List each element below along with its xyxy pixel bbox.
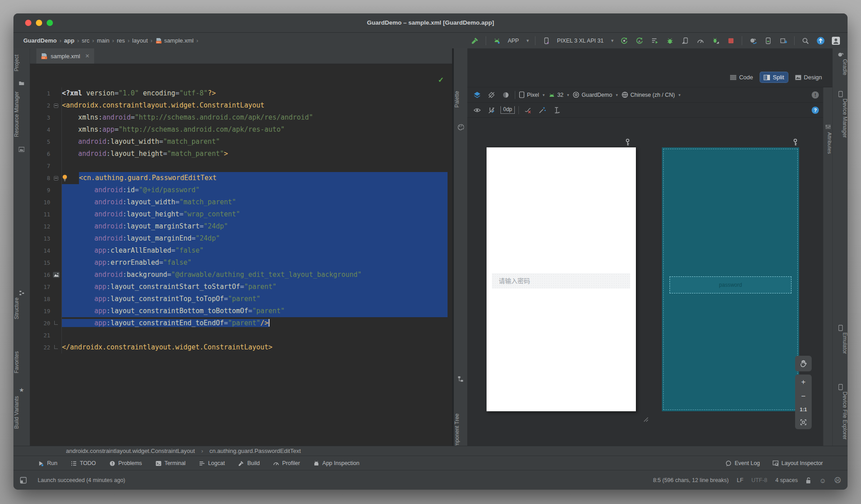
code-line[interactable]: 22</androidx.constraintlayout.widget.Con… xyxy=(30,341,452,353)
code-line[interactable]: 9 android:id="@+id/password" xyxy=(30,184,452,196)
preview-theme-selector[interactable]: GuardDemo▾ xyxy=(573,91,618,98)
code-line[interactable]: 6 android:layout_height="match_parent"> xyxy=(30,148,452,160)
apply-code-changes-icon[interactable]: A xyxy=(634,35,645,46)
code-line[interactable]: 12 android:layout_marginStart="24dp" xyxy=(30,220,452,233)
line-number[interactable]: 13 xyxy=(30,233,52,245)
code-line[interactable]: 1<?xml version="1.0" encoding="utf-8"?> xyxy=(30,87,452,99)
component-tree-icon[interactable] xyxy=(457,375,464,382)
emulator-icon[interactable] xyxy=(837,324,844,331)
build-hammer-icon[interactable] xyxy=(470,35,480,46)
gradle-icon[interactable] xyxy=(837,51,844,58)
device-file-explorer-icon[interactable] xyxy=(837,383,844,390)
gutter[interactable] xyxy=(52,293,62,305)
updates-icon[interactable] xyxy=(815,35,826,46)
breadcrumb-item[interactable]: res xyxy=(117,37,125,44)
zoom-to-fit-icon[interactable] xyxy=(800,419,807,426)
tool-window-button-terminal[interactable]: Terminal xyxy=(156,460,186,466)
line-number[interactable]: 6 xyxy=(30,148,52,160)
line-number[interactable]: 11 xyxy=(30,208,52,220)
code-line[interactable]: 10 android:layout_width="match_parent" xyxy=(30,196,452,208)
caret-position[interactable]: 8:5 (596 chars, 12 line breaks) xyxy=(653,477,729,483)
code-line[interactable]: 16 android:background="@drawable/authing… xyxy=(30,269,452,281)
debug-attach-icon[interactable] xyxy=(710,35,721,46)
gutter[interactable] xyxy=(52,87,62,99)
tool-window-button-logcat[interactable]: Logcat xyxy=(199,460,225,466)
tool-window-gradle[interactable]: Gradle xyxy=(833,59,848,75)
code-line[interactable]: 7 xyxy=(30,160,452,172)
line-number[interactable]: 22 xyxy=(30,341,52,353)
help-badge[interactable]: ? xyxy=(812,107,819,114)
device-dropdown-icon[interactable]: ▼ xyxy=(610,39,614,43)
line-number[interactable]: 19 xyxy=(30,305,52,317)
code-line[interactable]: 21 xyxy=(30,329,452,341)
tool-window-button-event-log[interactable]: Event Log xyxy=(726,460,760,466)
rerun-icon[interactable] xyxy=(619,35,630,46)
gutter[interactable] xyxy=(52,99,62,112)
line-number[interactable]: 4 xyxy=(30,124,52,136)
issue-panel-badge[interactable]: ! xyxy=(812,91,819,99)
gutter[interactable] xyxy=(52,305,62,317)
avatar-icon[interactable] xyxy=(831,35,841,46)
tool-window-structure[interactable]: Structure xyxy=(13,297,30,319)
tool-window-device-manager[interactable]: Device Manager xyxy=(833,99,848,138)
code-editor[interactable]: ✓ 1<?xml version="1.0" encoding="utf-8"?… xyxy=(30,64,452,446)
design-surface-icon[interactable] xyxy=(472,90,483,100)
close-icon[interactable]: ✕ xyxy=(85,53,90,59)
gutter[interactable] xyxy=(52,208,62,220)
gutter[interactable] xyxy=(52,148,62,160)
line-number[interactable]: 15 xyxy=(30,257,52,269)
tab-attributes[interactable]: Attributes xyxy=(823,132,832,154)
tab-sample-xml[interactable]: <> sample.xml ✕ xyxy=(36,48,94,64)
tool-window-button-layout-inspector[interactable]: Layout Inspector xyxy=(773,460,823,466)
gutter[interactable] xyxy=(52,329,62,341)
fold-marker-icon[interactable] xyxy=(54,103,58,108)
code-line[interactable]: 20 app:layout_constraintEnd_toEndOf="par… xyxy=(30,317,452,329)
intention-bulb-icon[interactable] xyxy=(62,172,79,184)
device-selector[interactable]: PIXEL 3 XL API 31 xyxy=(557,38,604,44)
gutter[interactable] xyxy=(52,124,62,136)
tool-window-button-todo[interactable]: TODO xyxy=(71,460,96,466)
breadcrumb-constraintlayout[interactable]: androidx.constraintlayout.widget.Constra… xyxy=(66,448,195,454)
resource-manager-icon[interactable] xyxy=(18,146,25,153)
preview-locale-selector[interactable]: Chinese (zh / CN)▾ xyxy=(622,91,681,98)
debug-icon[interactable] xyxy=(665,35,675,46)
status-message[interactable]: Launch succeeded (4 minutes ago) xyxy=(38,477,125,483)
view-options-icon[interactable] xyxy=(472,105,483,116)
breadcrumb-item[interactable]: app xyxy=(64,37,74,44)
tool-window-button-build[interactable]: Build xyxy=(238,460,260,466)
gradle-sync-icon[interactable] xyxy=(748,35,758,46)
line-number[interactable]: 5 xyxy=(30,136,52,148)
tab-palette[interactable]: Palette xyxy=(454,91,467,108)
line-number[interactable]: 8 xyxy=(30,172,52,184)
fold-marker-icon[interactable] xyxy=(54,176,58,181)
tool-window-toggle-icon[interactable] xyxy=(20,477,27,484)
design-surface[interactable]: 请输入密码 password + − 1:1 xyxy=(467,118,823,446)
zoom-1-1-button[interactable]: 1:1 xyxy=(800,407,807,412)
file-encoding[interactable]: UTF-8 xyxy=(752,477,767,483)
structure-icon[interactable] xyxy=(18,289,25,296)
line-number[interactable]: 14 xyxy=(30,245,52,257)
tool-window-resource-manager[interactable]: Resource Manager xyxy=(13,91,30,137)
line-number[interactable]: 9 xyxy=(30,184,52,196)
line-number[interactable]: 2 xyxy=(30,99,52,112)
mode-code-button[interactable]: Code xyxy=(726,72,757,83)
code-line[interactable]: 17 app:layout_constraintStart_toStartOf=… xyxy=(30,281,452,293)
code-line[interactable]: 13 android:layout_marginEnd="24dp" xyxy=(30,233,452,245)
unlock-icon[interactable] xyxy=(806,477,811,484)
gutter[interactable] xyxy=(52,184,62,196)
autoconnect-off-icon[interactable] xyxy=(486,105,497,116)
theme-icon[interactable] xyxy=(500,90,511,100)
clear-constraints-icon[interactable] xyxy=(522,105,533,116)
breadcrumb-item[interactable]: src xyxy=(82,37,89,44)
zoom-in-button[interactable]: + xyxy=(801,378,806,386)
fold-end-icon[interactable] xyxy=(54,345,58,349)
line-number[interactable]: 3 xyxy=(30,112,52,124)
code-line[interactable]: 18 app:layout_constraintTop_toTopOf="par… xyxy=(30,293,452,305)
sad-feedback-icon[interactable]: ☹ xyxy=(834,476,841,484)
design-preview-canvas[interactable]: 请输入密码 xyxy=(487,147,636,411)
tool-window-emulator[interactable]: Emulator xyxy=(833,332,848,354)
default-margins-selector[interactable]: 0dp xyxy=(500,106,515,114)
line-number[interactable]: 7 xyxy=(30,160,52,172)
gutter[interactable] xyxy=(52,257,62,269)
line-number[interactable]: 16 xyxy=(30,269,52,281)
